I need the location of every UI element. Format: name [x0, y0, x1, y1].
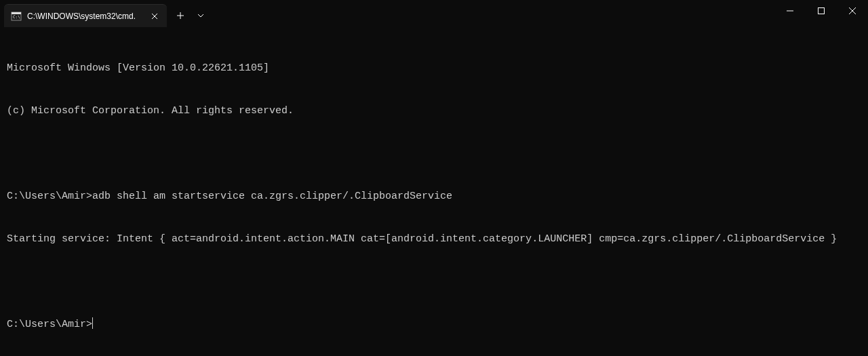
terminal-output[interactable]: Microsoft Windows [Version 10.0.22621.11… [0, 27, 868, 351]
tab-close-button[interactable] [149, 11, 160, 22]
blank-line [7, 275, 861, 289]
tab-dropdown-button[interactable] [191, 5, 210, 26]
command-line-2: C:\Users\Amir> [7, 317, 861, 332]
output-line-1: Starting service: Intent { act=android.i… [7, 232, 861, 246]
minimize-button[interactable] [774, 0, 806, 22]
command-line-1: C:\Users\Amir>adb shell am startservice … [7, 189, 861, 203]
text-cursor [92, 317, 93, 329]
maximize-button[interactable] [806, 0, 837, 22]
new-tab-button[interactable] [170, 5, 191, 26]
prompt: C:\Users\Amir> [7, 319, 92, 330]
blank-line [7, 146, 861, 161]
copyright-line: (c) Microsoft Corporation. All rights re… [7, 104, 861, 118]
svg-text:C:\: C:\ [13, 14, 20, 19]
prompt: C:\Users\Amir> [7, 191, 92, 202]
svg-rect-8 [818, 8, 825, 14]
command-text: adb shell am startservice ca.zgrs.clippe… [92, 191, 452, 202]
close-window-button[interactable] [837, 0, 868, 22]
tab-title: C:\WINDOWS\system32\cmd. [27, 12, 144, 21]
cmd-icon: C:\ [11, 11, 22, 22]
titlebar-left: C:\ C:\WINDOWS\system32\cmd. [0, 0, 210, 27]
titlebar: C:\ C:\WINDOWS\system32\cmd. [0, 0, 868, 27]
window-controls [774, 0, 868, 22]
tab-cmd[interactable]: C:\ C:\WINDOWS\system32\cmd. [4, 4, 167, 27]
version-line: Microsoft Windows [Version 10.0.22621.11… [7, 61, 861, 75]
